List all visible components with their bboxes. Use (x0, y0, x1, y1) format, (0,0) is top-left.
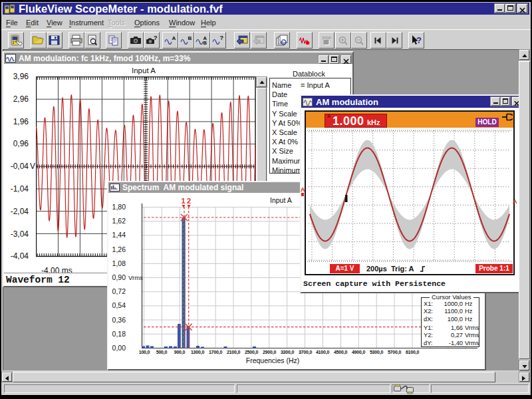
svg-text:?: ? (416, 35, 422, 45)
svg-text:A: A (172, 35, 176, 41)
svg-text:STOP: STOP (322, 35, 331, 39)
svg-text:2: 2 (187, 197, 191, 205)
svg-text:B: B (203, 40, 207, 46)
svg-text:?: ? (220, 35, 224, 41)
svg-text:B: B (188, 35, 192, 41)
svg-text:1: 1 (182, 197, 186, 205)
svg-text:?: ? (154, 35, 158, 41)
